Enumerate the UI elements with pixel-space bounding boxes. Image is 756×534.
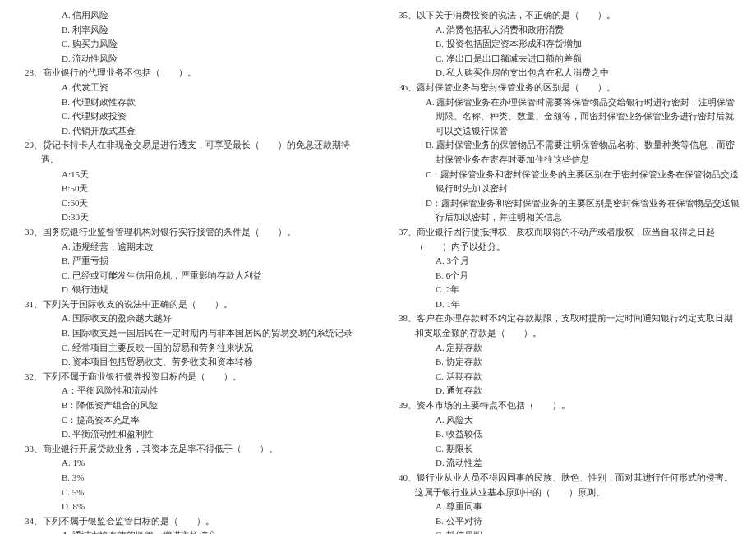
q28-opt-c: C. 代理财政投资: [16, 109, 366, 124]
q37-opt-b: B. 6个月: [390, 269, 740, 283]
q31-opt-d: D. 资本项目包括贸易收支、劳务收支和资本转移: [16, 355, 366, 370]
q32-opt-d: D. 平衡流动性和盈利性: [16, 427, 366, 442]
q33-opt-a: A. 1%: [16, 456, 366, 471]
q32-stem: 32、下列不属于商业银行债券投资目标的是（ ）。: [16, 370, 366, 384]
q28-opt-a: A. 代发工资: [16, 81, 366, 95]
q31-stem: 31、下列关于国际收支的说法中正确的是（ ）。: [16, 297, 366, 312]
q30-opt-d: D. 银行违规: [16, 283, 366, 297]
q28-stem: 28、商业银行的代理业务不包括（ ）。: [16, 66, 366, 81]
q30-opt-a: A. 违规经营，逾期未改: [16, 240, 366, 255]
q37-opt-d: D. 1年: [390, 297, 740, 312]
q29-opt-d: D:30天: [16, 210, 366, 225]
q39-opt-a: A. 风险大: [390, 413, 740, 428]
q28-opt-d: D. 代销开放式基金: [16, 124, 366, 139]
q33-opt-d: D. 8%: [16, 499, 366, 514]
q33-stem: 33、商业银行开展贷款业务，其资本充足率不得低于（ ）。: [16, 442, 366, 457]
q30-stem: 30、国务院银行业监督管理机构对银行实行接管的条件是（ ）。: [16, 225, 366, 240]
q40-opt-b: B. 公平对待: [390, 514, 740, 529]
q27-opt-d: D. 流动性风险: [16, 52, 366, 67]
q31-opt-a: A. 国际收支的盈余越大越好: [16, 311, 366, 326]
q38-opt-b: B. 协定存款: [390, 355, 740, 370]
q35-opt-a: A. 消费包括私人消费和政府消费: [390, 23, 740, 38]
q32-opt-a: A：平衡风险性和流动性: [16, 384, 366, 398]
q33-opt-c: C. 5%: [16, 486, 366, 500]
q38-stem: 38、客户在办理存款时不约定存款期限，支取时提前一定时间通知银行约定支取日期和支…: [390, 311, 740, 340]
q36-opt-c: C：露封保管业务和密封保管业务的主要区别在于密封保管业务在保管物品交送银行时先加…: [390, 168, 740, 196]
q32-opt-c: C：提高资本充足率: [16, 413, 366, 428]
q40-stem: 40、银行业从业人员不得因同事的民族、肤色、性别，而对其进行任何形式的侵害。这属…: [390, 471, 740, 499]
q36-opt-b: B. 露封保管业务的保管物品不需要注明保管物品名称、数量种类等信息，而密封保管业…: [390, 138, 740, 167]
q39-opt-d: D. 流动性差: [390, 456, 740, 471]
q36-opt-d: D：露封保管业务和密封保管业务的主要区别是密封保管业务在保管物品交送银行后加以密…: [390, 196, 740, 225]
q27-opt-a: A. 信用风险: [16, 8, 366, 23]
q27-opt-c: C. 购买力风险: [16, 37, 366, 52]
q40-opt-c: C. 授信尽职: [390, 528, 740, 534]
q36-stem: 36、露封保管业务与密封保管业务的区别是（ ）。: [390, 81, 740, 95]
q29-opt-c: C:60天: [16, 196, 366, 211]
page-body: A. 信用风险 B. 利率风险 C. 购买力风险 D. 流动性风险 28、商业银…: [0, 0, 756, 534]
q35-opt-b: B. 投资包括固定资本形成和存货增加: [390, 37, 740, 52]
q31-opt-c: C. 经常项目主要反映一国的贸易和劳务往来状况: [16, 341, 366, 356]
q34-opt-a: A. 通过审慎有效的监管，增进市场信心: [16, 528, 366, 534]
q27-opt-b: B. 利率风险: [16, 23, 366, 38]
q39-stem: 39、资本市场的主要特点不包括（ ）。: [390, 398, 740, 413]
q29-opt-a: A:15天: [16, 168, 366, 182]
q36-opt-a: A. 露封保管业务在办理保管时需要将保管物品交给银行时进行密封，注明保管期限、名…: [390, 95, 740, 139]
q37-stem: 37、商业银行因行使抵押权、质权而取得的不动产或者股权，应当自取得之日起（ ）内…: [390, 225, 740, 254]
q39-opt-c: C. 期限长: [390, 442, 740, 457]
q38-opt-a: A. 定期存款: [390, 341, 740, 356]
q37-opt-c: C. 2年: [390, 283, 740, 297]
q31-opt-b: B. 国际收支是一国居民在一定时期内与非本国居民的贸易交易的系统记录: [16, 326, 366, 341]
q40-opt-a: A. 尊重同事: [390, 499, 740, 514]
right-column: 35、以下关于消费投资的说法，不正确的是（ ）。 A. 消费包括私人消费和政府消…: [390, 8, 740, 534]
q32-opt-b: B：降低资产组合的风险: [16, 398, 366, 413]
q37-opt-a: A. 3个月: [390, 254, 740, 269]
q35-opt-d: D. 私人购买住房的支出包含在私人消费之中: [390, 66, 740, 81]
q34-stem: 34、下列不属于银监会监管目标的是（ ）。: [16, 514, 366, 529]
q28-opt-b: B. 代理财政性存款: [16, 95, 366, 110]
left-column: A. 信用风险 B. 利率风险 C. 购买力风险 D. 流动性风险 28、商业银…: [16, 8, 366, 534]
q29-opt-b: B:50天: [16, 182, 366, 196]
q38-opt-c: C. 活期存款: [390, 370, 740, 384]
q38-opt-d: D. 通知存款: [390, 384, 740, 398]
q33-opt-b: B. 3%: [16, 471, 366, 486]
q39-opt-b: B. 收益较低: [390, 427, 740, 442]
q29-stem: 29、贷记卡持卡人在非现金交易是进行透支，可享受最长（ ）的免息还款期待遇。: [16, 138, 366, 167]
q35-stem: 35、以下关于消费投资的说法，不正确的是（ ）。: [390, 8, 740, 23]
q35-opt-c: C. 净出口是出口额减去进口额的差额: [390, 52, 740, 67]
q30-opt-c: C. 已经或可能发生信用危机，严重影响存款人利益: [16, 269, 366, 283]
q30-opt-b: B. 严重亏损: [16, 254, 366, 269]
